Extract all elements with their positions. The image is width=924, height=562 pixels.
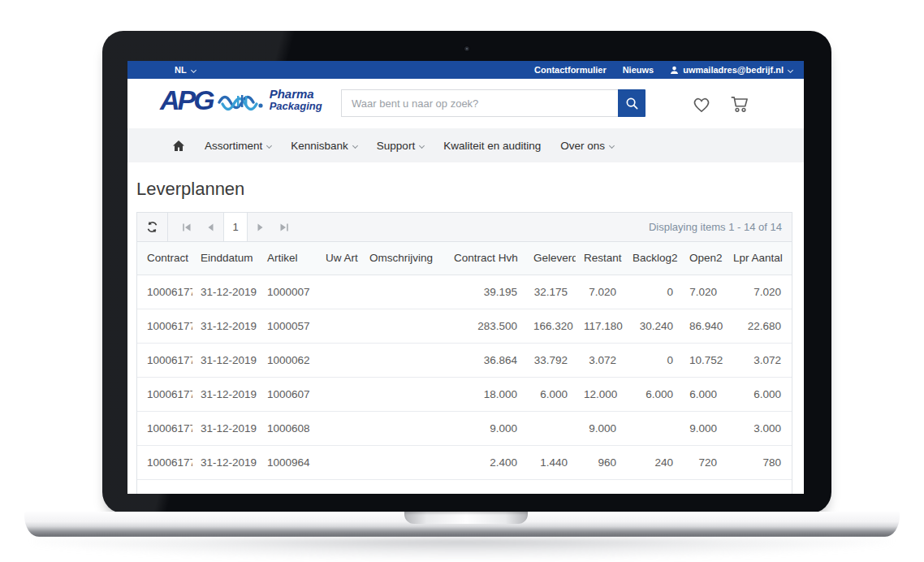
cell-uw-art <box>317 275 361 309</box>
cell-restant: 117.180 <box>576 309 624 343</box>
leverplannen-grid: 1 Displaying items 1 - 14 of 14 <box>136 212 792 494</box>
cell-open2: 86.940 <box>681 309 725 343</box>
cell-geleverd <box>525 411 576 445</box>
home-icon <box>172 140 185 152</box>
cell-contract-hvh: 18.000 <box>446 377 525 411</box>
search-input[interactable] <box>341 89 618 117</box>
col-header-backlog2[interactable]: Backlog2 <box>624 242 681 275</box>
cell-omschrijving <box>361 343 446 377</box>
account-menu[interactable]: uwmailadres@bedrijf.nl <box>670 65 792 75</box>
cell-artikel: 1000062 <box>259 343 317 377</box>
heart-icon <box>691 94 712 114</box>
cell-einddatum: 31-12-2019 <box>192 309 259 343</box>
apg-logo[interactable]: APG Pharma Packaging <box>160 86 322 114</box>
page-content: Leverplannen <box>127 179 804 494</box>
cell-contract: 10006177 <box>137 377 192 411</box>
wishlist-button[interactable] <box>691 94 712 117</box>
cell-backlog2: 30.240 <box>624 309 681 343</box>
dna-strand-icon <box>218 91 265 112</box>
col-header-geleverd[interactable]: Geleverd <box>525 242 576 275</box>
cell-backlog2: 0 <box>624 343 681 377</box>
pager-first-button[interactable] <box>175 213 199 241</box>
cell-contract-hvh: 39.195 <box>446 275 525 309</box>
table-row[interactable]: 1000617731-12-20191000057283.500166.3201… <box>137 309 792 343</box>
cell-contract-hvh: 2.400 <box>446 445 525 479</box>
col-header-contract[interactable]: Contract <box>137 242 192 275</box>
cell-einddatum: 31-12-2019 <box>192 411 259 445</box>
cell-omschrijving <box>361 377 446 411</box>
nav-item-support[interactable]: Support <box>377 140 424 152</box>
col-header-open2[interactable]: Open2 <box>681 242 725 275</box>
webcam-dot <box>464 45 470 52</box>
cell-contract: 10006177 <box>137 343 192 377</box>
nav-item-kwaliteit-en-auditing[interactable]: Kwaliteit en auditing <box>443 140 541 152</box>
cell-uw-art <box>317 309 361 343</box>
laptop-reflection <box>32 538 892 560</box>
page-title: Leverplannen <box>136 179 795 200</box>
col-header-restant[interactable]: Restant <box>576 242 624 275</box>
nieuws-label: Nieuws <box>623 65 654 75</box>
laptop-base-notch <box>404 512 528 524</box>
nav-item-label: Kennisbank <box>291 140 348 152</box>
col-header-omschrijving[interactable]: Omschrijving <box>361 242 446 275</box>
search-button[interactable] <box>618 89 646 117</box>
language-selector[interactable]: NL <box>175 65 196 75</box>
cell-uw-art <box>317 445 361 479</box>
contactformulier-link[interactable]: Contactformulier <box>534 65 607 75</box>
table-row[interactable]: 1000617731-12-2019100006236.86433.7923.0… <box>137 343 792 377</box>
col-header-artikel[interactable]: Artikel <box>259 242 317 275</box>
cell-geleverd: 33.792 <box>525 343 576 377</box>
table-row[interactable]: 1000617731-12-2019100000739.19532.1757.0… <box>137 275 792 309</box>
table-row[interactable]: 1000617731-12-2019100060718.0006.00012.0… <box>137 377 792 411</box>
arrow-next-icon <box>255 223 265 232</box>
nav-item-over-ons[interactable]: Over ons <box>560 140 614 152</box>
col-header-lpr-aantal[interactable]: Lpr Aantal <box>725 242 792 275</box>
chevron-down-icon <box>191 67 196 72</box>
cell-restant: 7.020 <box>576 275 624 309</box>
cell-omschrijving <box>361 275 446 309</box>
cell-open2: 720 <box>681 445 725 479</box>
nav-item-kennisbank[interactable]: Kennisbank <box>291 140 357 152</box>
cell-restant: 960 <box>576 445 624 479</box>
cell-artikel: 1000007 <box>259 275 317 309</box>
search-icon <box>625 97 639 110</box>
pager-prev-button[interactable] <box>199 213 223 241</box>
cell-lpr-aantal: 22.680 <box>725 309 792 343</box>
pager-last-button[interactable] <box>272 213 296 241</box>
pager-next-button[interactable] <box>248 213 272 241</box>
account-email: uwmailadres@bedrijf.nl <box>683 65 784 75</box>
nav-item-assortiment[interactable]: Assortiment <box>205 140 271 152</box>
cell-empty <box>137 479 192 494</box>
cell-lpr-aantal: 7.020 <box>725 275 792 309</box>
cell-open2: 10.752 <box>681 343 725 377</box>
pager-current-page[interactable]: 1 <box>223 213 248 241</box>
cell-backlog2: 240 <box>624 445 681 479</box>
nieuws-link[interactable]: Nieuws <box>623 65 654 75</box>
cart-button[interactable] <box>729 94 750 117</box>
cell-contract-hvh: 283.500 <box>446 309 525 343</box>
cell-contract: 10006177 <box>137 275 192 309</box>
cell-empty <box>525 479 576 494</box>
cell-lpr-aantal: 3.072 <box>725 343 792 377</box>
cell-lpr-aantal: 780 <box>725 445 792 479</box>
leverplannen-table: ContractEinddatumArtikelUw ArtOmschrijvi… <box>137 242 792 494</box>
cell-contract-hvh: 9.000 <box>446 411 525 445</box>
col-header-contract-hvh[interactable]: Contract Hvh <box>446 242 525 275</box>
table-row[interactable]: 1000617731-12-201910009642.4001.44096024… <box>137 445 792 479</box>
shopping-cart-icon <box>729 94 750 114</box>
contactformulier-label: Contactformulier <box>534 65 607 75</box>
table-row[interactable]: 1000617731-12-201910006089.0009.0009.000… <box>137 411 792 445</box>
pager-status: Displaying items 1 - 14 of 14 <box>649 221 792 233</box>
refresh-button[interactable] <box>137 213 168 241</box>
nav-item-label: Assortiment <box>205 140 262 152</box>
cell-backlog2: 6.000 <box>624 377 681 411</box>
chevron-down-icon <box>352 142 358 148</box>
cell-artikel: 1000964 <box>259 445 317 479</box>
col-header-einddatum[interactable]: Einddatum <box>192 242 259 275</box>
col-header-uw-art[interactable]: Uw Art <box>317 242 361 275</box>
cell-omschrijving <box>361 445 446 479</box>
cell-open2: 7.020 <box>681 275 725 309</box>
nav-home-button[interactable] <box>172 140 185 152</box>
cell-backlog2 <box>624 411 681 445</box>
chevron-down-icon <box>788 67 793 72</box>
